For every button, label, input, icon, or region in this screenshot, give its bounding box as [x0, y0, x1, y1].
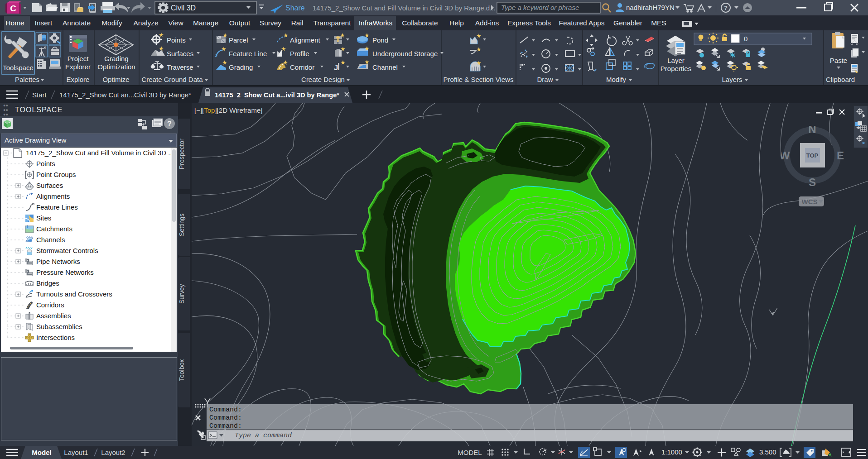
- svg-text:W: W: [781, 149, 790, 162]
- svg-text:Explorer: Explorer: [65, 63, 91, 71]
- svg-text:Home: Home: [5, 19, 24, 27]
- svg-text:Profile & Section Views: Profile & Section Views: [444, 76, 514, 83]
- svg-text:MES: MES: [651, 19, 666, 27]
- svg-text:3.500: 3.500: [759, 448, 776, 456]
- svg-text:Parcel: Parcel: [229, 36, 248, 44]
- svg-text:Alignment: Alignment: [290, 36, 321, 44]
- svg-text:Optimization: Optimization: [97, 63, 135, 71]
- svg-text:Point Groups: Point Groups: [36, 171, 76, 178]
- svg-text:?: ?: [724, 5, 728, 11]
- svg-text:C: C: [10, 4, 16, 13]
- svg-text:14175_2_Show Cut a...ivil 3D b: 14175_2_Show Cut a...ivil 3D by Range*: [215, 91, 339, 99]
- svg-text:J: J: [334, 63, 338, 72]
- svg-text:Insert: Insert: [35, 19, 53, 27]
- svg-text:Create Ground Data: Create Ground Data: [141, 76, 203, 83]
- svg-text:InfraWorks: InfraWorks: [359, 19, 393, 27]
- svg-text:Clipboard: Clipboard: [826, 76, 855, 83]
- svg-text:Traverse: Traverse: [167, 63, 193, 71]
- svg-text:Start: Start: [32, 91, 47, 99]
- svg-text:Analyze: Analyze: [133, 19, 158, 27]
- svg-text:Command:: Command:: [209, 422, 242, 430]
- svg-text:14175_2_Show Cut an...Civil 3D: 14175_2_Show Cut an...Civil 3D by Range*: [59, 91, 191, 99]
- svg-text:MODEL: MODEL: [458, 449, 482, 456]
- svg-text:Annotate: Annotate: [63, 19, 91, 27]
- svg-text:Stormwater Controls: Stormwater Controls: [36, 247, 98, 254]
- svg-text:Paste: Paste: [830, 57, 847, 64]
- svg-text:Surfaces: Surfaces: [167, 50, 193, 57]
- svg-text:Command:: Command:: [209, 406, 242, 414]
- svg-text:Grading: Grading: [229, 63, 253, 71]
- svg-text:Toolspace: Toolspace: [3, 64, 34, 72]
- svg-text:0: 0: [744, 35, 747, 43]
- svg-text:Assemblies: Assemblies: [36, 312, 71, 320]
- svg-text:Alignments: Alignments: [36, 192, 70, 200]
- svg-text:Feature Lines: Feature Lines: [36, 203, 78, 211]
- svg-text:Type a command: Type a command: [235, 432, 292, 440]
- svg-text:Feature Line: Feature Line: [229, 50, 267, 57]
- svg-text:Turnouts and Crossovers: Turnouts and Crossovers: [36, 290, 112, 298]
- svg-text:1:1000: 1:1000: [661, 448, 682, 456]
- svg-text:N: N: [808, 126, 816, 135]
- svg-text:Properties: Properties: [661, 65, 691, 72]
- svg-text:Express Tools: Express Tools: [507, 19, 551, 27]
- svg-text:E: E: [837, 149, 844, 162]
- svg-text:Profile: Profile: [290, 50, 309, 57]
- svg-text:nadhirahH79YN: nadhirahH79YN: [626, 4, 675, 11]
- svg-text:Underground Storage: Underground Storage: [372, 50, 438, 57]
- svg-text:Layer: Layer: [667, 57, 685, 64]
- svg-text:Transparent: Transparent: [313, 19, 352, 27]
- svg-text:Civil 3D: Civil 3D: [171, 4, 196, 12]
- svg-text:Palettes: Palettes: [15, 76, 39, 83]
- svg-text:Draw: Draw: [537, 76, 553, 83]
- svg-text:View: View: [168, 19, 183, 27]
- svg-text:?: ?: [167, 120, 172, 128]
- svg-text:Help: Help: [449, 19, 464, 27]
- svg-text:Collaborate: Collaborate: [402, 19, 438, 27]
- svg-text:Manage: Manage: [193, 19, 218, 27]
- svg-text:14175_2_Show Cut and Fill Volu: 14175_2_Show Cut and Fill Volume in Civi…: [313, 4, 496, 12]
- svg-text:Modify: Modify: [606, 76, 627, 83]
- svg-text:Corridor: Corridor: [290, 63, 314, 71]
- svg-text:Genabler: Genabler: [613, 19, 642, 27]
- svg-text:Channel: Channel: [372, 63, 398, 71]
- svg-text:Type a keyword or phrase: Type a keyword or phrase: [501, 4, 579, 11]
- svg-text:Sites: Sites: [36, 214, 51, 222]
- svg-text:Grading: Grading: [104, 55, 128, 62]
- svg-text:TOP: TOP: [806, 152, 819, 159]
- svg-text:Subassemblies: Subassemblies: [36, 323, 82, 330]
- svg-text:Layout2: Layout2: [101, 449, 125, 456]
- svg-text:Create Design: Create Design: [301, 76, 345, 83]
- svg-text:14175_2_Show Cut and Fill Volu: 14175_2_Show Cut and Fill Volume in Civi…: [26, 149, 171, 157]
- svg-text:Survey: Survey: [260, 19, 281, 27]
- svg-text:Channels: Channels: [36, 236, 65, 244]
- svg-text:Optimize: Optimize: [102, 76, 129, 83]
- svg-text:Points: Points: [167, 36, 186, 44]
- svg-text:Add-ins: Add-ins: [475, 19, 499, 27]
- svg-text:Pond: Pond: [372, 36, 388, 44]
- svg-text:Layout1: Layout1: [64, 449, 88, 456]
- svg-text:Layers: Layers: [722, 76, 742, 83]
- svg-text:WCS: WCS: [802, 198, 818, 206]
- svg-text:Surfaces: Surfaces: [36, 182, 63, 189]
- svg-text:Pipe Networks: Pipe Networks: [36, 258, 80, 265]
- svg-text:Model: Model: [32, 449, 51, 456]
- svg-text:Corridors: Corridors: [36, 301, 64, 309]
- svg-text:S: S: [809, 176, 816, 188]
- svg-text:Project: Project: [68, 55, 89, 62]
- svg-text:Rail: Rail: [291, 19, 304, 27]
- svg-text:Explore: Explore: [67, 76, 90, 83]
- svg-text:Intersections: Intersections: [36, 334, 75, 341]
- svg-text:Featured Apps: Featured Apps: [559, 19, 605, 27]
- svg-text:Catchments: Catchments: [36, 225, 72, 233]
- svg-text:Command:: Command:: [209, 414, 242, 422]
- svg-text:Modify: Modify: [101, 19, 122, 27]
- svg-text:Points: Points: [36, 160, 55, 167]
- svg-text:Share: Share: [285, 4, 305, 12]
- svg-text:Output: Output: [229, 19, 251, 27]
- svg-text:Bridges: Bridges: [36, 279, 59, 287]
- svg-text:Pressure Networks: Pressure Networks: [36, 268, 94, 276]
